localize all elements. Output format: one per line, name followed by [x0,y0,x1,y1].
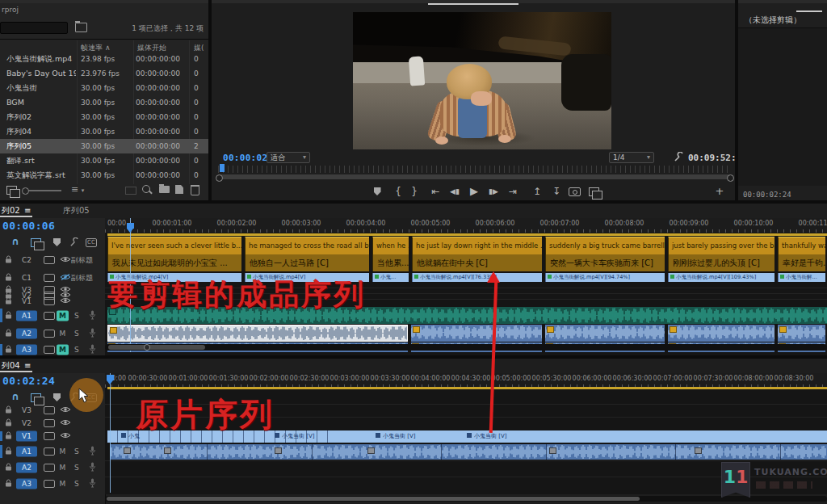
track-header-undefined[interactable]: A2MS [0,460,105,476]
monitor-playhead[interactable] [220,164,225,172]
mute-button[interactable]: M [57,447,69,457]
lock-icon[interactable] [5,345,12,355]
playback-resolution-dropdown[interactable]: 1/4▾ [609,152,654,163]
settings-wrench-icon[interactable] [674,152,684,162]
track-header-undefined[interactable]: A1MS [0,443,105,460]
caption-clip-cn[interactable]: 幸好是千钧... [778,254,825,271]
mark-out-button[interactable]: } [407,185,422,198]
mute-button[interactable]: M [57,463,69,473]
lock-icon[interactable] [5,255,12,266]
caption-clip-cn[interactable]: 当他累... [372,254,409,271]
clip-name[interactable]: 序列05 [6,139,76,153]
audio-clip[interactable] [668,325,775,342]
lock-icon[interactable] [5,405,12,416]
eye-icon[interactable] [60,419,71,428]
voiceover-mic-icon[interactable] [89,462,96,473]
audio-clip-selected[interactable] [107,325,408,342]
track-badge[interactable]: A3 [16,345,37,355]
lock-icon[interactable] [5,463,12,473]
track-badge[interactable]: V1 [16,296,37,306]
project-row[interactable]: Baby's Day Out 1994 HDDv23.976 fps00:00:… [0,66,208,81]
new-bin-icon[interactable] [159,186,170,193]
track-output-icon[interactable] [44,346,55,354]
lock-icon[interactable] [5,328,12,338]
source-patch-indicator[interactable] [0,344,2,355]
lock-icon[interactable] [5,431,12,442]
track-header-undefined[interactable]: C2副标题 [0,251,105,269]
track-output-icon[interactable] [44,419,55,427]
solo-button[interactable]: S [74,346,79,354]
lock-icon[interactable] [5,272,12,283]
t2-playhead-head[interactable] [107,375,114,380]
audio-clip[interactable] [411,325,542,342]
voiceover-mic-icon[interactable] [89,344,96,355]
caption-clip-en[interactable]: just barely passing over the bab... [668,237,775,254]
mute-button[interactable]: M [57,345,69,355]
track-badge[interactable]: A2 [16,463,37,473]
comparison-view-button[interactable] [586,185,601,199]
t2-tab-active[interactable]: 列04 ≡ [2,360,31,372]
go-to-in-button[interactable]: ⇤ [428,185,443,198]
search-folder-icon[interactable] [75,23,87,32]
t2-marker-icon[interactable] [53,393,61,401]
t1-tab-seq05[interactable]: 序列05 [63,205,90,216]
audio-clip[interactable] [545,325,665,342]
track-header-undefined[interactable]: V1 [0,430,105,443]
scrollbar-knob-left[interactable] [216,174,223,182]
mute-button[interactable]: M [57,310,69,321]
track-output-icon[interactable] [44,256,55,264]
eye-icon[interactable] [60,256,71,265]
freeform-icon[interactable] [125,187,136,195]
eye-icon[interactable] [60,432,71,441]
monitor-scrubber[interactable] [218,166,730,173]
track-badge[interactable]: C1 [16,272,37,283]
project-row[interactable]: 翻译.srt30.00 fps00:00:00:000 [0,153,208,168]
t1-h-scrollbar[interactable] [105,344,827,351]
track-output-icon[interactable] [44,406,55,414]
caption-clip-cn[interactable]: 刚刚掠过婴儿的头顶 [C] [668,254,775,271]
eye-icon[interactable] [60,296,71,305]
project-row[interactable]: 序列0230.00 fps00:00:00:000 [0,110,208,124]
project-row[interactable]: 序列0530.00 fps00:00:00:002 [0,139,208,153]
caption-clip-en[interactable]: when he ... [372,237,409,254]
snap-icon[interactable]: ∩ [11,236,19,247]
lock-icon[interactable] [5,479,12,489]
track-header-undefined[interactable]: V1 [0,298,105,304]
solo-button[interactable]: S [74,330,79,338]
solo-button[interactable]: S [74,312,79,320]
caption-clip-en[interactable]: suddenly a big truck came barrelli... [545,237,665,254]
mute-button[interactable]: M [57,479,69,489]
track-badge[interactable]: V3 [16,405,37,416]
project-row[interactable]: 小鬼当街30.00 fps00:00:00:000 [0,81,208,95]
source-patch-indicator[interactable] [0,309,2,322]
mark-in-button[interactable]: { [391,185,405,198]
t1-playhead-head[interactable] [127,223,134,229]
mute-button[interactable]: M [57,328,69,338]
video-clip[interactable]: 小鬼... [372,273,409,282]
t2-timecode[interactable]: 00:02:24 [2,375,55,387]
track-badge[interactable]: A1 [16,447,37,457]
project-row[interactable]: 英文解说字幕.srt30.00 fps00:00:00:000 [0,168,208,183]
add-marker-button[interactable] [370,185,384,198]
track-header-undefined[interactable]: A3MS [0,476,105,492]
clip-name[interactable]: 序列04 [6,124,76,139]
t1-timecode[interactable]: 00:00:06 [2,220,55,232]
audio-clip[interactable] [778,325,825,342]
voiceover-mic-icon[interactable] [89,328,96,339]
caption-clip-cn[interactable]: 突然一辆大卡车疾驰而来 [C] [545,254,665,271]
video-clip[interactable]: 小鬼当街解... [778,273,825,282]
monitor-zoom-scrollbar[interactable] [218,174,730,179]
t1-marker-icon[interactable] [53,238,61,246]
track-badge[interactable]: A1 [16,310,37,321]
step-forward-button[interactable]: ▮▶ [486,185,501,198]
caption-clip-cn[interactable]: 他独自一人过马路 [C] [245,254,369,271]
t2-ruler[interactable]: 00:0000:00:30:0000:01:00:0000:01:30:0000… [105,373,827,388]
caption-clip-en[interactable]: thankfully wa... [778,237,825,254]
track-badge[interactable]: A3 [16,479,37,489]
linked-selection-icon[interactable] [31,238,41,247]
fit-dropdown[interactable]: 适合▾ [267,152,310,163]
track-badge[interactable]: C2 [16,255,37,266]
voiceover-mic-icon[interactable] [89,310,96,321]
zoom-slider[interactable] [23,190,61,191]
lock-icon[interactable] [5,310,12,321]
